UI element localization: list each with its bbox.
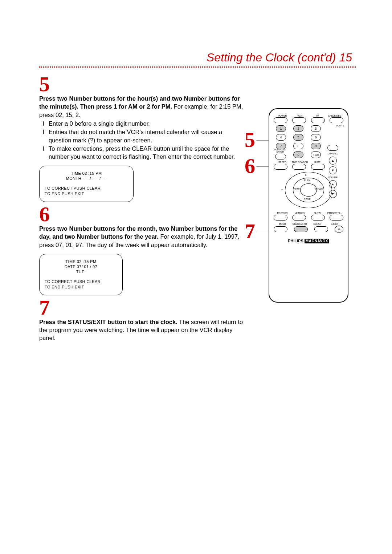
dpad-up-icon: ▲ bbox=[305, 173, 307, 176]
callout-7: 7 bbox=[245, 221, 255, 242]
num-3[interactable]: 3 bbox=[311, 125, 321, 132]
lbl-plus: + bbox=[334, 188, 335, 190]
lbl-status: STATUS/EXIT bbox=[291, 223, 309, 225]
clear-button[interactable] bbox=[314, 226, 328, 232]
vcrplus-button[interactable] bbox=[275, 154, 286, 159]
lbl-memory: MEMORY bbox=[291, 212, 309, 214]
right-column: 5 6 7 POWER VCR TV CABLE DBS bbox=[254, 72, 356, 342]
step-5-bullet-3: To make corrections, press the CLEAR but… bbox=[44, 145, 243, 161]
lbl-vcrplus: VCR PLUS+ ENTER bbox=[274, 149, 287, 153]
pause-button[interactable] bbox=[330, 215, 343, 221]
lbl-vcrtv: VCR/TV bbox=[336, 125, 344, 127]
left-column: 5 Press two Number buttons for the hour(… bbox=[39, 72, 243, 342]
step-7-text: Press the STATUS/EXIT button to start th… bbox=[39, 318, 243, 342]
lbl-play: PLAY bbox=[304, 179, 310, 182]
step-5-text: Press two Number buttons for the hour(s)… bbox=[39, 94, 243, 119]
timesearch-button[interactable] bbox=[292, 164, 306, 170]
lbl-vcr: VCR bbox=[291, 114, 309, 117]
recotr-button[interactable] bbox=[274, 215, 287, 221]
dpad-inner[interactable] bbox=[300, 183, 317, 197]
menu-button[interactable] bbox=[274, 226, 287, 232]
lbl-minus: – bbox=[281, 188, 283, 190]
memory-button[interactable] bbox=[292, 215, 306, 221]
cable-button[interactable] bbox=[330, 117, 343, 123]
lbl-power: POWER bbox=[274, 114, 291, 117]
osd2-line3: TUE. bbox=[45, 270, 117, 274]
num-4[interactable]: 4 bbox=[276, 134, 286, 141]
lbl-recotr: REC/OTR bbox=[274, 212, 291, 214]
step-5-bullets: Enter a 0 before a single digit number. … bbox=[39, 120, 243, 161]
lbl-eject: EJECT bbox=[326, 223, 343, 225]
num-9[interactable]: 9 bbox=[311, 143, 321, 149]
lbl-slow: SLOW bbox=[309, 212, 326, 214]
row5-buttons bbox=[274, 215, 343, 221]
brand-philips: PHILIPS bbox=[288, 239, 303, 243]
callout-6: 6 bbox=[245, 155, 255, 177]
channel-up[interactable]: ▲ bbox=[329, 157, 337, 165]
num-0[interactable]: 0 bbox=[293, 151, 303, 158]
vcr-button[interactable] bbox=[292, 117, 306, 123]
osd2-end: TO END PUSH EXIT bbox=[45, 284, 117, 290]
row5-labels: REC/OTR MEMORY SLOW PAUSE/STILL bbox=[274, 212, 343, 214]
vcrtv-button[interactable] bbox=[327, 145, 338, 151]
step-6-text: Press two Number buttons for the month, … bbox=[39, 225, 243, 249]
osd2-correct: TO CORRECT PUSH CLEAR bbox=[45, 279, 117, 284]
step-5-number: 5 bbox=[39, 75, 243, 94]
lbl-mute: MUTE bbox=[309, 161, 326, 163]
num-2[interactable]: 2 bbox=[293, 125, 303, 132]
osd2-line2: DATE 07/ 01 / 97 bbox=[45, 264, 117, 269]
osd-box-1: TIME 02 :15 PM MONTH – – / – – /– – TO C… bbox=[39, 166, 134, 202]
slow-button[interactable] bbox=[311, 215, 325, 221]
num-8[interactable]: 8 bbox=[293, 143, 303, 149]
brand-magnavox: MAGNAVOX bbox=[305, 239, 329, 243]
osd2-line1: TIME 02 :15 PM bbox=[45, 259, 117, 264]
remote-diagram: 5 6 7 POWER VCR TV CABLE DBS bbox=[254, 108, 356, 312]
page-title: Setting the Clock (cont'd) 15 bbox=[39, 51, 356, 64]
osd1-line1: TIME 02 :15 PM bbox=[45, 171, 128, 175]
lbl-menu: MENU bbox=[274, 223, 291, 225]
remote-body: POWER VCR TV CABLE DBS VCR/TV 1 2 bbox=[269, 108, 348, 303]
lbl-speed: SPEED bbox=[274, 161, 291, 163]
step-7-bold: Press the STATUS/EXIT button to start th… bbox=[39, 319, 177, 325]
num-5[interactable]: 5 bbox=[293, 134, 303, 141]
title-underline bbox=[39, 66, 356, 68]
top-button-row bbox=[274, 117, 343, 123]
lbl-ffwd: F.FWD bbox=[315, 188, 323, 190]
row6-buttons: ⏏ bbox=[274, 226, 343, 233]
step-6-number: 6 bbox=[39, 205, 243, 224]
speed-button[interactable] bbox=[274, 164, 287, 170]
num-1[interactable]: 1 bbox=[276, 125, 286, 132]
content-columns: 5 Press two Number buttons for the hour(… bbox=[39, 72, 356, 342]
top-label-row: POWER VCR TV CABLE DBS bbox=[274, 114, 343, 117]
step-7-number: 7 bbox=[39, 298, 243, 317]
eject-button[interactable]: ⏏ bbox=[335, 226, 343, 233]
lbl-tv: TV bbox=[309, 114, 326, 117]
lbl-stop: STOP bbox=[304, 198, 311, 201]
mute-button[interactable] bbox=[311, 164, 325, 170]
lbl-channel: CHANNEL bbox=[328, 153, 338, 155]
step-5-bullet-1: Enter a 0 before a single digit number. bbox=[44, 120, 243, 128]
callout-5: 5 bbox=[245, 129, 255, 150]
lbl-cable: CABLE DBS bbox=[326, 114, 343, 117]
lbl-pause: PAUSE/STILL bbox=[326, 212, 343, 214]
remote-brand: PHILIPS MAGNAVOX bbox=[274, 239, 343, 243]
status-exit-button[interactable] bbox=[294, 226, 308, 232]
num-6[interactable]: 6 bbox=[311, 134, 321, 141]
tv-button[interactable] bbox=[311, 117, 325, 123]
lbl-timesearch: TIME SEARCH bbox=[291, 161, 309, 163]
osd1-line2: MONTH – – / – – /– – bbox=[45, 176, 128, 181]
row6-labels: MENU STATUS/EXIT CLEAR EJECT bbox=[274, 223, 343, 225]
number-grid: 1 2 3 4 5 6 7 8 9 0 +100 bbox=[276, 125, 322, 158]
lbl-clear: CLEAR bbox=[309, 223, 326, 225]
osd1-end: TO END PUSH EXIT bbox=[45, 191, 128, 197]
osd-box-2: TIME 02 :15 PM DATE 07/ 01 / 97 TUE. TO … bbox=[39, 254, 123, 295]
osd1-correct: TO CORRECT PUSH CLEAR bbox=[45, 186, 128, 191]
lbl-rew: REW bbox=[294, 188, 299, 190]
step-5-bullet-2: Entries that do not match the VCR's inte… bbox=[44, 128, 243, 144]
transport-dpad: ▲ PLAY STOP REW F.FWD – + bbox=[285, 172, 332, 208]
num-plus100[interactable]: +100 bbox=[311, 151, 321, 158]
power-button[interactable] bbox=[274, 117, 287, 123]
